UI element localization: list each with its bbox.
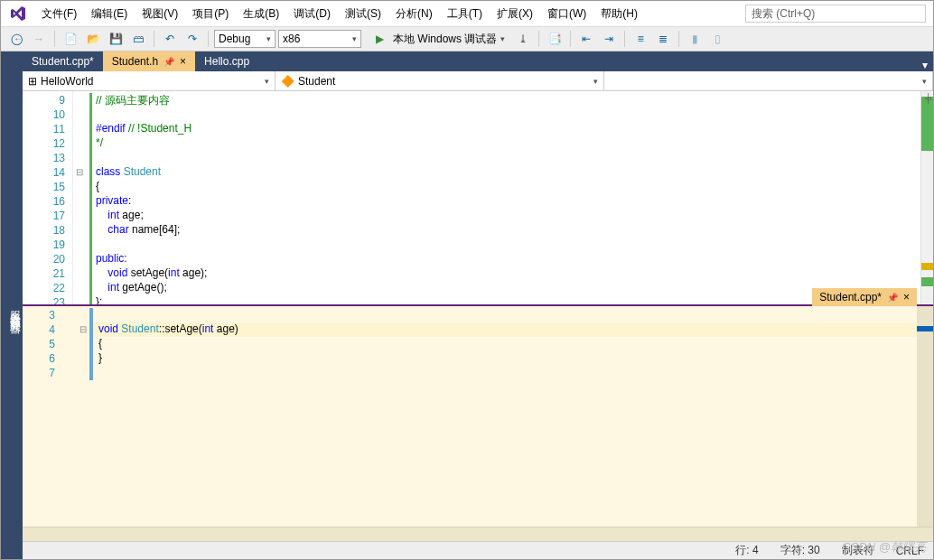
side-panel-tabs: 服务器资源管理器 工具箱: [1, 51, 23, 559]
nav-fwd-button[interactable]: →: [29, 29, 49, 49]
menu-window[interactable]: 窗口(W): [541, 4, 593, 24]
menu-analyze[interactable]: 分析(N): [389, 4, 439, 24]
indent-left-button[interactable]: ⇤: [576, 29, 596, 49]
menu-extensions[interactable]: 扩展(X): [490, 4, 539, 24]
toolbar-separator: [208, 31, 209, 47]
run-button[interactable]: ▶本地 Windows 调试器▾: [364, 29, 510, 49]
split-icon[interactable]: ╪: [925, 93, 931, 103]
peek-definition-pane: Student.cpp* 📌 × 34567 ⊟ void Student::s…: [23, 304, 933, 559]
line-gutter: 91011121314151617181920212223: [23, 91, 73, 304]
platform-dropdown[interactable]: x86▾: [278, 30, 361, 48]
close-icon[interactable]: ×: [180, 55, 186, 68]
play-icon: ▶: [369, 29, 389, 49]
menu-help[interactable]: 帮助(H): [594, 4, 644, 24]
project-dropdown[interactable]: ⊞ HelloWorld▾: [23, 71, 276, 90]
toolbar-separator: [154, 31, 154, 47]
menu-file[interactable]: 文件(F): [35, 4, 83, 24]
pin-icon[interactable]: 📌: [887, 293, 898, 303]
menu-build[interactable]: 生成(B): [237, 4, 285, 24]
toolbar-separator: [54, 31, 55, 47]
project-icon: ⊞: [28, 75, 37, 88]
redo-button[interactable]: ↷: [182, 29, 202, 49]
status-line: 行: 4: [735, 543, 758, 558]
toolbar-separator: [678, 31, 679, 47]
step-button[interactable]: ⤓: [513, 29, 533, 49]
open-button[interactable]: 📂: [83, 29, 103, 49]
uncomment-button[interactable]: ≣: [653, 29, 673, 49]
menu-edit[interactable]: 编辑(E): [85, 4, 134, 24]
undo-button[interactable]: ↶: [160, 29, 180, 49]
nav-back-button[interactable]: ◯←: [6, 29, 26, 49]
tab-student-cpp[interactable]: Student.cpp*: [23, 51, 103, 71]
tab-student-h[interactable]: Student.h📌×: [103, 51, 195, 71]
member-dropdown[interactable]: ▾: [604, 71, 933, 90]
status-char: 字符: 30: [780, 543, 820, 558]
class-icon: 🔶: [281, 75, 294, 88]
status-bar: 行: 4 字符: 30 制表符 CRLF: [23, 541, 933, 559]
save-all-button[interactable]: 🗃: [128, 29, 148, 49]
search-input[interactable]: 搜索 (Ctrl+Q): [745, 5, 926, 23]
tool-button[interactable]: 📑: [545, 29, 565, 49]
peek-tab[interactable]: Student.cpp* 📌 ×: [812, 288, 917, 306]
config-dropdown[interactable]: Debug▾: [214, 30, 276, 48]
menu-tools[interactable]: 工具(T): [441, 4, 489, 24]
comment-button[interactable]: ≡: [630, 29, 650, 49]
marker-track: [920, 91, 933, 304]
code-body[interactable]: // 源码主要内容#endif // !Student_H*/class Stu…: [86, 91, 920, 304]
document-tabs: Student.cpp* Student.h📌× Hello.cpp ▾: [23, 51, 933, 71]
tab-overflow-button[interactable]: ▾: [917, 59, 933, 71]
pin-icon[interactable]: 📌: [163, 57, 174, 67]
fold-gutter[interactable]: ⊟: [73, 91, 86, 304]
line-gutter: 34567: [23, 306, 77, 527]
toolbar-separator: [624, 31, 625, 47]
menu-bar: 文件(F) 编辑(E) 视图(V) 项目(P) 生成(B) 调试(D) 测试(S…: [1, 1, 933, 26]
scope-dropdown[interactable]: 🔶 Student▾: [276, 71, 604, 90]
bookmark-nav-button[interactable]: ▯: [707, 29, 727, 49]
toolbar-separator: [570, 31, 571, 47]
menu-debug[interactable]: 调试(D): [287, 4, 337, 24]
watermark: CSDN @韩曙亮: [842, 539, 926, 555]
menu-test[interactable]: 测试(S): [339, 4, 388, 24]
code-editor-top[interactable]: 91011121314151617181920212223 ⊟ // 源码主要内…: [23, 91, 933, 304]
bookmark-button[interactable]: ▮: [685, 29, 705, 49]
close-icon[interactable]: ×: [903, 291, 910, 303]
vs-logo-icon: [8, 4, 28, 23]
toolbar-separator: [538, 31, 539, 47]
indent-right-button[interactable]: ⇥: [599, 29, 619, 49]
menu-project[interactable]: 项目(P): [186, 4, 235, 24]
toolbar: ◯← → 📄 📂 💾 🗃 ↶ ↷ Debug▾ x86▾ ▶本地 Windows…: [1, 26, 933, 51]
server-explorer-tab[interactable]: 服务器资源管理器: [7, 302, 23, 316]
code-body[interactable]: void Student::setAge(int age){}: [89, 306, 917, 527]
marker-track: [917, 306, 933, 527]
new-file-button[interactable]: 📄: [61, 29, 80, 49]
menu-view[interactable]: 视图(V): [135, 4, 184, 24]
fold-gutter[interactable]: ⊟: [77, 306, 89, 527]
save-button[interactable]: 💾: [106, 29, 126, 49]
tab-hello-cpp[interactable]: Hello.cpp: [195, 51, 258, 71]
scrollbar-h[interactable]: [23, 527, 933, 541]
navigation-bar: ⊞ HelloWorld▾ 🔶 Student▾ ▾: [23, 71, 933, 91]
